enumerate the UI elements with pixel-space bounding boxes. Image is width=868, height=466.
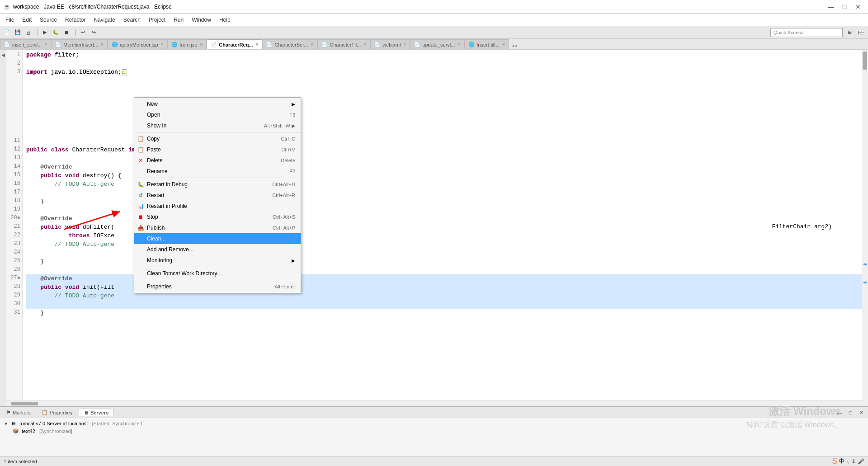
tab-close[interactable]: ×: [502, 42, 505, 47]
tab-icon: 📄: [55, 42, 61, 47]
hscroll-thumb[interactable]: [11, 402, 38, 405]
ctx-open[interactable]: Open F3: [134, 109, 301, 120]
tab-member-insert[interactable]: 📄 MemberInsert... ×: [51, 39, 108, 49]
bottom-maximize[interactable]: □: [845, 408, 855, 418]
right-scrollbar[interactable]: [862, 50, 868, 406]
menu-source[interactable]: Source: [36, 15, 61, 25]
taskbar-icon1[interactable]: 中: [839, 457, 844, 465]
tab-web-xml[interactable]: 📄 web.xml ×: [370, 39, 410, 49]
toolbar-stop[interactable]: ⏹: [61, 28, 71, 38]
ctx-rename[interactable]: Rename F2: [134, 166, 301, 177]
toolbar-undo[interactable]: ↩: [78, 28, 88, 38]
menu-search[interactable]: Search: [120, 15, 144, 25]
ctx-properties[interactable]: Properties Alt+Enter: [134, 281, 301, 292]
ctx-clean-tomcat[interactable]: Clean Tomcat Work Directory...: [134, 268, 301, 279]
tab-character-ser[interactable]: 📄 CharacterSer... ×: [262, 39, 317, 49]
toolbar-print[interactable]: 🖨: [24, 28, 33, 38]
menu-navigate[interactable]: Navigate: [90, 15, 118, 25]
markers-icon: ⚑: [6, 410, 11, 415]
child-icon: 📦: [13, 428, 19, 434]
tab-close[interactable]: ×: [363, 42, 366, 47]
ctx-stop[interactable]: ⏹ Stop Ctrl+Alt+S: [134, 212, 301, 222]
bottom-tab-servers[interactable]: 🖥 Servers: [79, 409, 113, 416]
ctx-publish[interactable]: 📤 Publish Ctrl+Alt+P: [134, 222, 301, 233]
ctx-restart-profile[interactable]: 📊 Restart in Profile: [134, 201, 301, 212]
tab-insert-titl[interactable]: 🌐 Insert titl... ×: [464, 39, 509, 49]
menu-edit[interactable]: Edit: [19, 15, 35, 25]
ctx-restart-profile-label: Restart in Profile: [147, 203, 187, 209]
ctx-show-in[interactable]: Show In Alt+Shift+W ▶: [134, 120, 301, 131]
tab-close[interactable]: ×: [311, 42, 313, 47]
menu-refactor[interactable]: Refactor: [61, 15, 89, 25]
tab-icon: 🌐: [468, 42, 475, 47]
tab-close[interactable]: ×: [161, 42, 164, 47]
ctx-show-in-shortcut: Alt+Shift+W ▶: [264, 123, 295, 129]
ctx-copy[interactable]: 📋 Copy Ctrl+C: [134, 133, 301, 144]
taskbar-icon2[interactable]: ·,: [846, 458, 849, 465]
child-status: [Synchronized]: [38, 428, 72, 434]
toolbar-redo[interactable]: ↪: [89, 28, 99, 38]
tab-chater-req[interactable]: 📄 CharaterReq... ×: [207, 39, 262, 49]
bottom-minimize[interactable]: —: [835, 408, 844, 418]
bottom-tab-properties[interactable]: 📋 Properties: [37, 409, 77, 416]
tab-character-fil[interactable]: 📄 CharacterFil... ×: [317, 39, 370, 49]
toolbar-debug[interactable]: 🐛: [51, 28, 61, 38]
ctx-restart-debug[interactable]: 🐛 Restart in Debug Ctrl+Alt+D: [134, 179, 301, 190]
tab-query-member[interactable]: 🌐 queryMember.jsp ×: [108, 39, 167, 49]
tab-from-jsp[interactable]: 🌐 from.jsp ×: [167, 39, 207, 49]
window-title: workspace - Java EE - c8/src/filter/Char…: [13, 4, 172, 10]
tab-close[interactable]: ×: [458, 42, 460, 47]
context-menu: New ▶ Open F3 Show In Alt+Shift+W ▶ 📋 Co…: [134, 97, 301, 293]
ctx-stop-shortcut: Ctrl+Alt+S: [273, 214, 295, 220]
title-bar-left: ☕ workspace - Java EE - c8/src/filter/Ch…: [4, 4, 172, 10]
toolbar-new[interactable]: 📄: [2, 28, 12, 38]
quick-access-input[interactable]: Quick Access: [770, 28, 843, 37]
taskbar-icon4[interactable]: 🎤: [858, 458, 864, 465]
ctx-delete-label: Delete: [147, 157, 163, 164]
ctx-delete[interactable]: ✕ Delete Delete: [134, 155, 301, 166]
scroll-marker2: [863, 282, 867, 283]
close-button[interactable]: ✕: [852, 0, 864, 13]
ctx-paste[interactable]: 📋 Paste Ctrl+V: [134, 144, 301, 155]
tab-close[interactable]: ×: [256, 42, 259, 47]
server-row-main[interactable]: ▼ 🖥 Tomcat v7.0 Server at localhost [Sta…: [4, 420, 864, 427]
menu-project[interactable]: Project: [145, 15, 169, 25]
toolbar-run[interactable]: ▶: [40, 28, 50, 38]
sogou-icon[interactable]: S: [832, 457, 837, 466]
horizontal-scrollbar[interactable]: [6, 400, 862, 406]
menu-file[interactable]: File: [2, 15, 18, 25]
toolbar-save[interactable]: 💾: [13, 28, 23, 38]
tab-insert-servl[interactable]: 📄 insert_servl... ×: [0, 39, 51, 49]
app-icon: ☕: [4, 4, 10, 10]
ctx-restart[interactable]: ↺ Restart Ctrl+Alt+R: [134, 190, 301, 201]
ctx-sep-4: [134, 280, 301, 280]
tab-update-servl[interactable]: 📄 update_servl... ×: [410, 39, 464, 49]
expand-icon[interactable]: ▼: [4, 421, 8, 426]
bottom-close[interactable]: ✕: [856, 408, 866, 418]
status-message: 1 item selected: [4, 459, 37, 464]
tab-close[interactable]: ×: [200, 42, 203, 47]
ctx-add-remove[interactable]: Add and Remove...: [134, 244, 301, 255]
menu-help[interactable]: Help: [216, 15, 234, 25]
tab-close[interactable]: ×: [403, 42, 406, 47]
toolbar-perspectives[interactable]: ⊞: [844, 28, 854, 38]
menu-window[interactable]: Window: [188, 15, 215, 25]
bottom-tab-markers[interactable]: ⚑ Markers: [2, 409, 35, 416]
ctx-clean[interactable]: Clean...: [134, 233, 301, 244]
ctx-sep-1: [134, 132, 301, 132]
ctx-monitoring[interactable]: Monitoring ▶: [134, 255, 301, 266]
minimize-button[interactable]: —: [825, 0, 837, 13]
tab-close[interactable]: ×: [44, 42, 47, 47]
scroll-thumb[interactable]: [863, 52, 867, 70]
server-row-child[interactable]: 📦 text42 [Synchronized]: [4, 427, 864, 435]
sidebar-icon[interactable]: ▶: [0, 53, 5, 58]
tab-close[interactable]: ×: [101, 42, 104, 47]
title-bar: ☕ workspace - Java EE - c8/src/filter/Ch…: [0, 0, 868, 14]
menu-run[interactable]: Run: [170, 15, 187, 25]
more-tabs[interactable]: >>: [509, 42, 520, 49]
taskbar-icon3[interactable]: ⇓: [851, 458, 856, 465]
toolbar-java-ee[interactable]: EE: [856, 28, 866, 38]
maximize-button[interactable]: □: [838, 0, 851, 13]
ctx-new[interactable]: New ▶: [134, 99, 301, 109]
ctx-open-shortcut: F3: [289, 112, 295, 118]
